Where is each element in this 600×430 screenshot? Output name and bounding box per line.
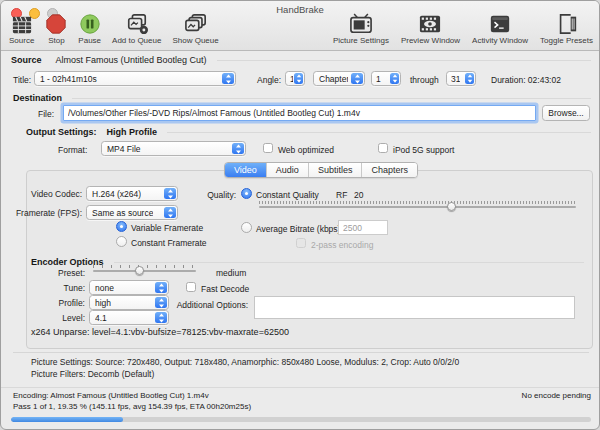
popup-arrows-icon (232, 143, 244, 154)
duration-text: Duration: 02:43:02 (491, 75, 561, 85)
encoding-status-text: Encoding: Almost Famous (Untitled Bootle… (13, 391, 209, 400)
popup-arrows-icon (294, 73, 303, 84)
toolbar-pause-button[interactable]: Pause (78, 13, 101, 45)
preset-slider[interactable] (93, 265, 196, 276)
ipod-support-checkbox[interactable] (378, 143, 388, 153)
toolbar-add-to-queue-label: Add to Queue (112, 36, 161, 45)
destination-file-input[interactable] (63, 105, 536, 121)
popup-arrows-icon (351, 73, 363, 84)
toolbar-activity-window-button[interactable]: Activity Window (472, 13, 528, 45)
format-select[interactable]: MP4 File (101, 141, 246, 156)
framerate-label: Framerate (FPS): (7, 208, 82, 218)
browse-button[interactable]: Browse... (542, 105, 590, 121)
tab-subtitles[interactable]: Subtitles (308, 163, 362, 177)
film-eye-icon (418, 13, 442, 35)
x264-unparse-text: x264 Unparse: level=4.1:vbv-bufsize=7812… (31, 327, 289, 337)
range-mode-select[interactable]: Chapters (313, 71, 365, 86)
toolbar-toggle-presets-label: Toggle Presets (540, 36, 593, 45)
encode-progress-bar (11, 417, 591, 422)
toolbar-add-to-queue-button[interactable]: Add to Queue (112, 13, 161, 45)
quality-slider[interactable] (259, 201, 576, 212)
quality-slider-thumb[interactable] (447, 202, 456, 211)
fast-decode-checkbox[interactable] (186, 282, 196, 292)
preset-value: medium (216, 268, 246, 278)
profile-label: Profile: (10, 298, 85, 308)
destination-heading-row: Destination (13, 93, 591, 103)
variable-framerate-label: Variable Framerate (131, 223, 203, 233)
toolbar-stop-button[interactable]: Stop (45, 13, 67, 45)
photos-gear-icon (125, 13, 149, 35)
slider-ticks (259, 201, 576, 204)
toolbar-source-button[interactable]: Source (9, 15, 34, 45)
handbrake-window: HandBrake Source Stop (0, 0, 600, 430)
slider-track (259, 206, 576, 208)
picture-settings-summary: Picture Settings: Source: 720x480, Outpu… (31, 357, 459, 367)
section-rule (114, 262, 584, 263)
source-title-text: Almost Famous (Untitled Bootleg Cut) (56, 55, 207, 65)
fast-decode-label: Fast Decode (201, 284, 249, 294)
tune-select[interactable]: none (89, 280, 169, 295)
web-optimized-label: Web optimized (278, 145, 334, 155)
angle-select[interactable]: 1 (285, 71, 305, 86)
toolbar-picture-settings-label: Picture Settings (333, 36, 389, 45)
terminal-icon (489, 13, 511, 35)
toolbar-show-queue-label: Show Queue (172, 36, 218, 45)
avg-bitrate-input[interactable] (338, 220, 388, 235)
toolbar-preview-window-label: Preview Window (401, 36, 460, 45)
output-settings-heading-row: Output Settings: High Profile (26, 127, 591, 137)
output-tabs: Video Audio Subtitles Chapters (224, 162, 418, 178)
toolbar-toggle-presets-button[interactable]: Toggle Presets (540, 13, 593, 45)
rf-value: 20 (354, 190, 363, 200)
constant-quality-radio[interactable] (241, 188, 252, 199)
tab-chapters[interactable]: Chapters (361, 163, 417, 177)
section-rule (217, 60, 591, 61)
tab-video[interactable]: Video (225, 163, 266, 177)
title-label: Title: (13, 75, 31, 85)
two-pass-checkbox (296, 238, 306, 248)
variable-framerate-radio[interactable] (116, 221, 127, 232)
toolbar-pause-label: Pause (78, 36, 101, 45)
tv-icon (349, 13, 373, 35)
toolbar-source-label: Source (9, 36, 34, 45)
title-select[interactable]: 1 - 02h41m10s (34, 71, 236, 86)
popup-arrows-icon (164, 207, 176, 218)
status-divider (1, 387, 600, 388)
toolbar-activity-window-label: Activity Window (472, 36, 528, 45)
encode-pass-text: Pass 1 of 1, 19.35 % (145.11 fps, avg 15… (13, 402, 251, 411)
additional-options-input[interactable] (254, 296, 575, 319)
tune-label: Tune: (10, 283, 85, 293)
source-heading-row: Source Almost Famous (Untitled Bootleg C… (11, 55, 591, 65)
toolbar-left: Source Stop Pause (9, 13, 219, 45)
toolbar-stop-label: Stop (48, 36, 64, 45)
level-label: Level: (10, 313, 85, 323)
output-preset-name: High Profile (107, 127, 158, 137)
popup-arrows-icon (465, 73, 474, 84)
output-settings-heading: Output Settings: (26, 127, 97, 137)
popup-arrows-icon (390, 73, 399, 84)
chapter-start-select[interactable]: 1 (371, 71, 401, 86)
average-bitrate-radio[interactable] (241, 222, 252, 233)
picture-filters-summary: Picture Filters: Decomb (Default) (31, 369, 154, 379)
encode-progress-fill (11, 417, 123, 422)
preset-slider-thumb[interactable] (135, 266, 144, 275)
popup-arrows-icon (155, 312, 167, 323)
additional-options-label: Additional Options: (151, 300, 248, 310)
video-codec-label: Video Codec: (7, 189, 82, 199)
toolbar-show-queue-button[interactable]: Show Queue (172, 13, 218, 45)
slider-track (93, 270, 196, 272)
angle-label: Angle: (257, 75, 281, 85)
level-select[interactable]: 4.1 (89, 310, 169, 325)
tab-audio[interactable]: Audio (266, 163, 308, 177)
constant-framerate-radio[interactable] (116, 236, 127, 247)
section-rule (72, 98, 591, 99)
chapter-end-select[interactable]: 31 (446, 71, 476, 86)
popup-arrows-icon (222, 73, 234, 84)
popup-arrows-icon (155, 282, 167, 293)
framerate-select[interactable]: Same as source (86, 205, 178, 220)
constant-quality-label: Constant Quality (256, 190, 319, 200)
toolbar-preview-window-button[interactable]: Preview Window (401, 13, 460, 45)
web-optimized-checkbox[interactable] (263, 143, 273, 153)
toolbar-picture-settings-button[interactable]: Picture Settings (333, 13, 389, 45)
summary-divider (13, 352, 589, 353)
clapperboard-icon (11, 15, 33, 35)
